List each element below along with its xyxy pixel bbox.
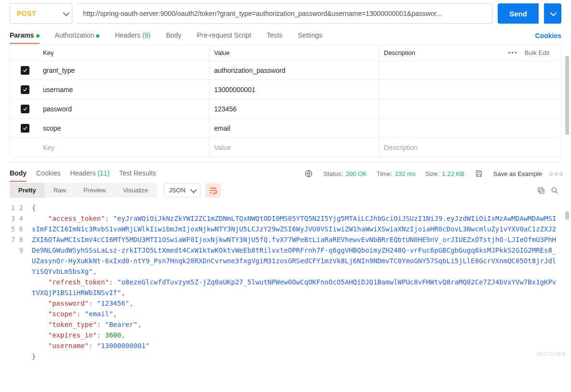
scrollbar[interactable] [565, 56, 569, 135]
new-key-input[interactable]: Key [40, 144, 209, 151]
param-value[interactable]: authorization_password [209, 61, 379, 80]
svg-rect-1 [540, 189, 544, 193]
param-desc[interactable] [379, 61, 561, 80]
resp-tab-cookies[interactable]: Cookies [36, 167, 61, 180]
globe-icon[interactable] [304, 169, 313, 178]
col-value: Value [209, 45, 379, 60]
param-key[interactable]: scope [40, 124, 209, 132]
params-table: Key Value Description ••• Bulk Edit gran… [10, 45, 561, 157]
table-row: username 13000000001 [10, 80, 561, 99]
row-checkbox[interactable] [10, 105, 40, 113]
save-icon[interactable] [474, 169, 484, 178]
tab-headers[interactable]: Headers (9) [115, 29, 150, 42]
param-value[interactable]: 13000000001 [209, 80, 379, 99]
resp-tab-body[interactable]: Body [10, 167, 27, 180]
param-key[interactable]: grant_type [40, 67, 209, 74]
more-icon[interactable]: ••• [508, 49, 518, 56]
more-icon[interactable]: ○○○ [552, 169, 561, 178]
col-key: Key [40, 49, 209, 56]
status-size: Size: 1.22 KB [425, 170, 464, 177]
http-method-label: POST [17, 10, 36, 17]
send-dropdown[interactable] [544, 3, 561, 24]
params-header-row: Key Value Description ••• Bulk Edit [10, 45, 561, 61]
save-as-example[interactable]: Save as Example [493, 170, 542, 177]
cookies-link[interactable]: Cookies [535, 32, 561, 40]
row-checkbox[interactable] [10, 85, 40, 94]
param-value[interactable]: 123456 [209, 99, 379, 118]
tab-authorization[interactable]: Authorization [55, 29, 100, 42]
new-desc-input[interactable]: Description [379, 138, 561, 157]
view-raw[interactable]: Raw [45, 183, 75, 198]
http-method-dropdown[interactable]: POST [10, 3, 72, 24]
view-preview[interactable]: Preview [75, 183, 114, 198]
search-icon[interactable] [548, 184, 561, 197]
row-checkbox[interactable] [10, 66, 40, 75]
copy-icon[interactable] [534, 184, 548, 197]
params-new-row[interactable]: Key Value Description [10, 138, 561, 157]
svg-point-3 [552, 188, 556, 192]
table-row: grant_type authorization_password [10, 61, 561, 80]
send-button[interactable]: Send [498, 3, 539, 24]
table-row: password 123456 [10, 99, 561, 119]
row-checkbox[interactable] [10, 124, 40, 133]
new-value-input[interactable]: Value [209, 138, 379, 157]
response-body[interactable]: 1 2 3 4 5 6 7 8 9 { "access_token": "eyJ… [10, 201, 561, 362]
dot-indicator-icon [96, 34, 99, 38]
scrollbar[interactable] [565, 211, 569, 220]
status-time: Time: 232 ms [377, 170, 416, 177]
param-desc[interactable] [379, 119, 561, 137]
tab-settings[interactable]: Settings [298, 29, 323, 42]
watermark: @51CTO博客 [536, 351, 566, 358]
tab-params[interactable]: Params [10, 29, 40, 42]
chevron-down-icon [63, 10, 69, 16]
param-desc[interactable] [379, 80, 561, 99]
view-pretty[interactable]: Pretty [10, 183, 45, 198]
col-description: Description ••• Bulk Edit [379, 45, 561, 60]
param-key[interactable]: username [40, 86, 209, 94]
view-mode-group: Pretty Raw Preview Visualize [10, 183, 157, 198]
request-url-input[interactable]: http://spring-oauth-server:9000/oauth2/t… [77, 3, 493, 24]
dot-indicator-icon [36, 34, 40, 38]
table-row: scope email [10, 119, 561, 138]
wrap-lines-button[interactable] [205, 183, 221, 198]
resp-tab-tests[interactable]: Test Results [119, 167, 156, 180]
tab-tests[interactable]: Tests [267, 29, 283, 42]
bulk-edit-link[interactable]: Bulk Edit [525, 49, 549, 56]
chevron-down-icon [190, 186, 197, 193]
status-status: Status: 200 OK [323, 170, 367, 177]
view-visualize[interactable]: Visualize [114, 183, 157, 198]
param-key[interactable]: password [40, 105, 209, 113]
chevron-down-icon [550, 10, 557, 16]
tab-prerequest[interactable]: Pre-request Script [197, 29, 251, 42]
svg-rect-2 [538, 188, 543, 192]
param-desc[interactable] [379, 99, 561, 118]
param-value[interactable]: email [209, 119, 379, 137]
resp-tab-headers[interactable]: Headers (11) [70, 167, 110, 180]
format-dropdown[interactable]: JSON [163, 183, 201, 197]
tab-body[interactable]: Body [166, 29, 181, 42]
